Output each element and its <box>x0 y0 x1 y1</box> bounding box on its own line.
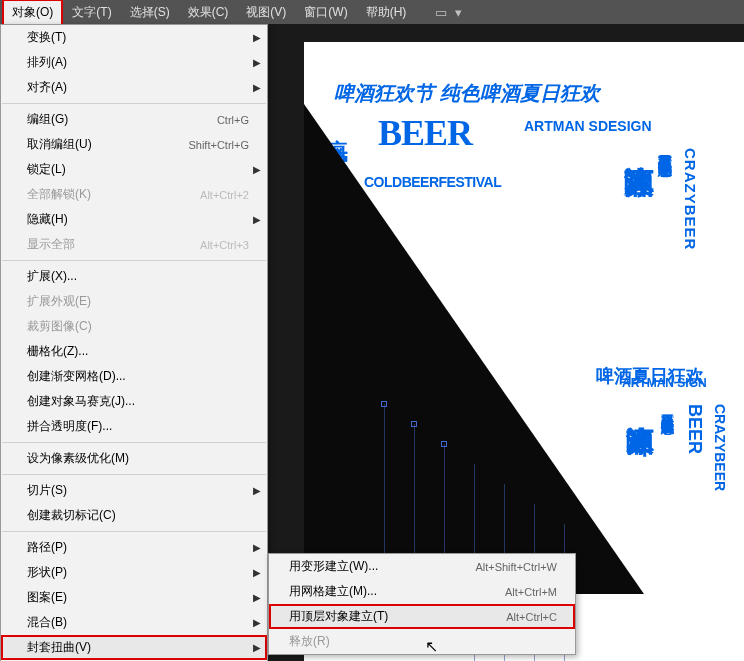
menu-help[interactable]: 帮助(H) <box>357 0 416 25</box>
menu-item[interactable]: 创建对象马赛克(J)... <box>1 389 267 414</box>
menu-effect[interactable]: 效果(C) <box>179 0 238 25</box>
menu-item[interactable]: 形状(P)▶ <box>1 560 267 585</box>
menu-item[interactable]: 取消编组(U)Shift+Ctrl+G <box>1 132 267 157</box>
toolbar-icons[interactable]: ▭ ▾ <box>435 5 461 20</box>
menu-item[interactable]: 变换(T)▶ <box>1 25 267 50</box>
menu-item[interactable]: 编组(G)Ctrl+G <box>1 107 267 132</box>
menu-item: 裁剪图像(C) <box>1 314 267 339</box>
menu-item: 显示全部Alt+Ctrl+3 <box>1 232 267 257</box>
chevron-right-icon: ▶ <box>253 542 261 553</box>
object-menu-dropdown: 变换(T)▶排列(A)▶对齐(A)▶编组(G)Ctrl+G取消编组(U)Shif… <box>0 24 268 661</box>
chevron-right-icon: ▶ <box>253 642 261 653</box>
menu-item: 全部解锁(K)Alt+Ctrl+2 <box>1 182 267 207</box>
menu-item[interactable]: 混合(B)▶ <box>1 610 267 635</box>
chevron-right-icon: ▶ <box>253 214 261 225</box>
cursor-icon: ↖ <box>425 637 438 656</box>
chevron-right-icon: ▶ <box>253 617 261 628</box>
menu-item[interactable]: 对齐(A)▶ <box>1 75 267 100</box>
menu-item: 扩展外观(E) <box>1 289 267 314</box>
menu-item[interactable]: 设为像素级优化(M) <box>1 446 267 471</box>
menu-text[interactable]: 文字(T) <box>63 0 120 25</box>
menu-bar: 对象(O) 文字(T) 选择(S) 效果(C) 视图(V) 窗口(W) 帮助(H… <box>0 0 744 24</box>
submenu-item[interactable]: 用顶层对象建立(T)Alt+Ctrl+C <box>269 604 575 629</box>
submenu-item[interactable]: 用变形建立(W)...Alt+Shift+Ctrl+W <box>269 554 575 579</box>
chevron-right-icon: ▶ <box>253 567 261 578</box>
art-text: 啤酒狂欢节 纯色啤酒夏日狂欢 <box>334 80 600 107</box>
menu-item[interactable]: 图案(E)▶ <box>1 585 267 610</box>
menu-item[interactable]: 路径(P)▶ <box>1 535 267 560</box>
menu-item[interactable]: 栅格化(Z)... <box>1 339 267 364</box>
art-text: CRAZYBEER <box>682 148 699 250</box>
art-text: ARTMAN SIGN <box>622 376 707 390</box>
menu-item[interactable]: 扩展(X)... <box>1 264 267 289</box>
art-text: 冰爽夏日 疯狂啤酒 邀您畅饮 <box>658 404 676 411</box>
art-text: CRAZYBEER <box>712 404 728 491</box>
menu-window[interactable]: 窗口(W) <box>295 0 356 25</box>
chevron-right-icon: ▶ <box>253 82 261 93</box>
menu-item[interactable]: 隐藏(H)▶ <box>1 207 267 232</box>
menu-item[interactable]: 排列(A)▶ <box>1 50 267 75</box>
art-text: 冰爽夏日 疯狂啤酒 邀您畅 <box>656 144 674 152</box>
menu-item[interactable]: 封套扭曲(V)▶ <box>1 635 267 660</box>
chevron-right-icon: ▶ <box>253 592 261 603</box>
chevron-right-icon: ▶ <box>253 57 261 68</box>
menu-item[interactable]: 创建渐变网格(D)... <box>1 364 267 389</box>
menu-object[interactable]: 对象(O) <box>2 0 63 26</box>
menu-item[interactable]: 拼合透明度(F)... <box>1 414 267 439</box>
chevron-right-icon: ▶ <box>253 164 261 175</box>
menu-select[interactable]: 选择(S) <box>121 0 179 25</box>
chevron-right-icon: ▶ <box>253 485 261 496</box>
submenu-item[interactable]: 用网格建立(M)...Alt+Ctrl+M <box>269 579 575 604</box>
menu-item[interactable]: 锁定(L)▶ <box>1 157 267 182</box>
menu-view[interactable]: 视图(V) <box>237 0 295 25</box>
menu-item[interactable]: 创建裁切标记(C) <box>1 503 267 528</box>
envelope-distort-submenu: 用变形建立(W)...Alt+Shift+Ctrl+W用网格建立(M)...Al… <box>268 553 576 655</box>
art-text: BEER <box>684 404 705 454</box>
submenu-item: 释放(R) <box>269 629 575 654</box>
chevron-right-icon: ▶ <box>253 32 261 43</box>
menu-item[interactable]: 切片(S)▶ <box>1 478 267 503</box>
